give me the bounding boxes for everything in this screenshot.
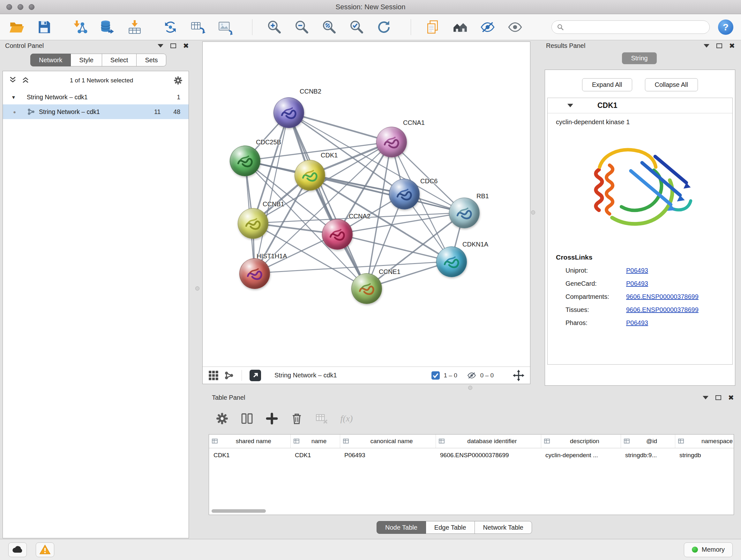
import-network-file-button[interactable] xyxy=(71,18,89,36)
expand-all-icon[interactable] xyxy=(21,76,30,85)
table-cell[interactable]: CDK1 xyxy=(209,448,290,462)
table-cell[interactable]: cyclin-dependent ... xyxy=(541,448,621,462)
network-node-rb1[interactable] xyxy=(449,198,480,228)
add-column-button[interactable] xyxy=(264,411,280,426)
network-node-cdkn1a[interactable] xyxy=(436,246,467,277)
tab-edge-table[interactable]: Edge Table xyxy=(426,521,475,534)
compartments-link[interactable]: 9606.ENSP00000378699 xyxy=(626,293,698,300)
zoom-in-button[interactable] xyxy=(265,18,283,36)
genecard-link[interactable]: P06493 xyxy=(626,280,648,287)
collapse-all-icon[interactable] xyxy=(9,76,17,85)
table-cell[interactable]: CDK1 xyxy=(290,448,340,462)
column-header-shared-name[interactable]: shared name xyxy=(209,435,290,448)
table-cell[interactable]: stringdb xyxy=(675,448,734,462)
horizontal-scrollbar[interactable] xyxy=(212,509,266,513)
collapse-all-button[interactable]: Collapse All xyxy=(645,78,698,91)
export-table-button[interactable] xyxy=(189,18,207,36)
cloud-status-button[interactable] xyxy=(8,543,27,557)
panel-menu-icon[interactable] xyxy=(704,44,710,48)
panel-menu-icon[interactable] xyxy=(158,44,163,48)
network-node-cdk1[interactable] xyxy=(294,160,325,191)
tissues-link[interactable]: 9606.ENSP00000378699 xyxy=(626,306,698,314)
open-session-button[interactable] xyxy=(8,18,25,36)
network-overview-icon[interactable] xyxy=(224,370,234,381)
fit-content-crosshair-icon[interactable] xyxy=(513,370,524,381)
network-node-cdc6[interactable] xyxy=(389,179,420,209)
close-panel-icon[interactable]: ✖ xyxy=(183,43,189,50)
tab-style[interactable]: Style xyxy=(71,54,102,66)
column-header-database-identifier[interactable]: database identifier xyxy=(435,435,541,448)
network-collection-row[interactable]: ▼ String Network – cdk1 1 xyxy=(3,90,189,105)
column-header-canonical-name[interactable]: canonical name xyxy=(340,435,435,448)
delete-table-button-disabled[interactable] xyxy=(314,411,329,426)
network-node-ccnb2[interactable] xyxy=(273,98,304,128)
panel-menu-icon[interactable] xyxy=(703,396,709,399)
show-columns-button[interactable] xyxy=(239,411,255,426)
import-table-button[interactable] xyxy=(126,18,144,36)
zoom-window-button[interactable] xyxy=(29,4,35,10)
table-settings-button[interactable] xyxy=(214,411,230,426)
function-builder-button-disabled[interactable]: f(x) xyxy=(339,411,354,426)
network-node-ccnb1[interactable] xyxy=(238,208,268,239)
hidden-eye-slash-icon[interactable] xyxy=(467,371,476,380)
delete-column-button[interactable] xyxy=(289,411,305,426)
warnings-button[interactable] xyxy=(36,543,54,557)
column-header-description[interactable]: description xyxy=(541,435,621,448)
birdseye-home-button[interactable] xyxy=(451,18,469,36)
close-window-button[interactable] xyxy=(6,4,12,10)
show-all-button[interactable] xyxy=(506,18,524,36)
table-cell[interactable]: 9606.ENSP00000378699 xyxy=(435,448,541,462)
close-panel-icon[interactable]: ✖ xyxy=(728,394,734,401)
minimize-window-button[interactable] xyxy=(17,4,23,10)
search-box[interactable] xyxy=(551,20,710,34)
search-input[interactable] xyxy=(567,23,704,31)
chevron-down-icon[interactable]: ▼ xyxy=(11,95,16,100)
network-node-ccne1[interactable] xyxy=(351,273,382,304)
network-node-hist1h1a[interactable] xyxy=(239,258,270,289)
column-header-name[interactable]: name xyxy=(290,435,340,448)
horizontal-splitter-grip[interactable] xyxy=(468,386,472,390)
network-from-selection-button[interactable] xyxy=(161,18,179,36)
float-panel-icon[interactable] xyxy=(171,44,176,48)
tab-network[interactable]: Network xyxy=(30,54,71,66)
float-panel-icon[interactable] xyxy=(716,395,721,400)
tab-sets[interactable]: Sets xyxy=(137,54,166,66)
gear-icon[interactable] xyxy=(173,76,183,85)
close-panel-icon[interactable]: ✖ xyxy=(729,43,735,50)
network-row-selected[interactable]: ● String Network – cdk1 11 48 xyxy=(3,105,189,119)
chevron-down-icon[interactable] xyxy=(567,104,573,107)
vertical-splitter-grip[interactable] xyxy=(531,210,535,214)
pharos-link[interactable]: P06493 xyxy=(626,319,648,327)
zoom-out-button[interactable] xyxy=(293,18,311,36)
grid-view-icon[interactable] xyxy=(208,370,219,381)
export-image-button[interactable] xyxy=(216,18,234,36)
refresh-view-button[interactable] xyxy=(375,18,393,36)
tab-select[interactable]: Select xyxy=(102,54,137,66)
tab-string[interactable]: String xyxy=(622,52,657,64)
table-cell[interactable]: stringdb:9... xyxy=(621,448,675,462)
expand-all-button[interactable]: Expand All xyxy=(582,78,632,91)
selected-checkbox-icon[interactable] xyxy=(431,371,440,380)
table-cell[interactable]: P06493 xyxy=(340,448,435,462)
zoom-fit-button[interactable] xyxy=(320,18,338,36)
table-row[interactable]: CDK1 CDK1 P06493 9606.ENSP00000378699 cy… xyxy=(209,448,734,462)
memory-button[interactable]: Memory xyxy=(684,543,733,557)
column-header-id[interactable]: @id xyxy=(621,435,675,448)
network-node-ccna1[interactable] xyxy=(376,127,407,158)
tab-node-table[interactable]: Node Table xyxy=(377,521,426,534)
zoom-selected-button[interactable] xyxy=(347,18,365,36)
save-session-button[interactable] xyxy=(35,18,53,36)
float-panel-icon[interactable] xyxy=(717,44,722,48)
uniprot-link[interactable]: P06493 xyxy=(626,267,648,274)
export-network-icon[interactable] xyxy=(250,370,261,381)
help-button[interactable]: ? xyxy=(718,19,733,35)
network-node-ccna2[interactable] xyxy=(322,219,353,250)
network-canvas[interactable]: CCNB2CCNA1CDC25BCDK1CDC6RB1CCNB1CCNA2CDK… xyxy=(203,42,530,367)
network-node-cdc25b[interactable] xyxy=(230,145,260,176)
vertical-splitter-grip[interactable] xyxy=(195,287,199,291)
protein-section-header[interactable]: CDK1 xyxy=(548,98,732,113)
copy-document-button[interactable] xyxy=(424,18,442,36)
import-network-database-button[interactable] xyxy=(98,18,116,36)
tab-network-table[interactable]: Network Table xyxy=(475,521,532,534)
column-header-namespace[interactable]: namespace xyxy=(675,435,734,448)
